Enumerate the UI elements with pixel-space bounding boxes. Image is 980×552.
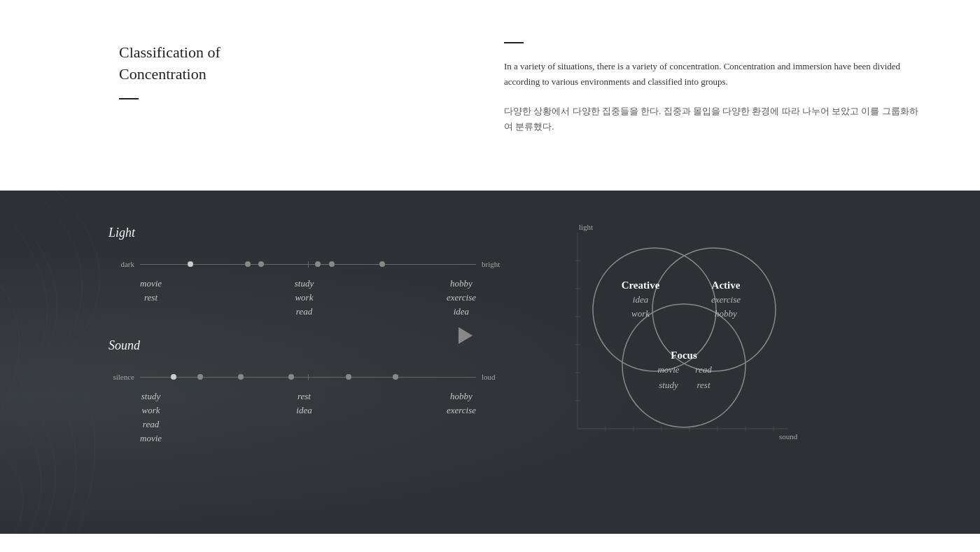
sound-word-hobby: hobby [450,391,472,402]
light-group-2: study work read [295,278,314,317]
focus-circle [622,304,746,427]
light-axis-section: Light dark bright [108,226,507,317]
creative-word-idea: idea [633,294,649,305]
sliders-panel: Light dark bright [108,212,507,460]
light-label: Light [108,226,507,240]
sound-word-rest: rest [298,391,311,402]
sound-word-movie: movie [140,433,162,444]
light-word-exercise: exercise [447,292,476,303]
light-word-read: read [296,306,312,317]
sound-label: Sound [108,338,507,353]
sound-end-label: loud [476,373,507,381]
sound-group-1: study work read movie [140,391,162,444]
light-word-rest: rest [144,292,158,303]
focus-label: Focus [671,350,697,361]
light-slider-row: dark bright [108,257,507,271]
sound-word-work: work [142,405,160,416]
venn-diagram: light sound Creative idea work Active ex… [564,219,802,457]
focus-word-study: study [659,380,678,390]
sound-start-label: silence [108,373,140,381]
active-word-hobby: hobby [715,308,737,319]
dark-section: Light dark bright [0,191,980,534]
focus-word-read: read [695,364,712,375]
sound-word-idea: idea [296,405,312,416]
sound-group-2: rest idea [296,391,312,444]
sound-axis-section: Sound silence loud [108,338,507,444]
light-word-hobby: hobby [450,278,472,289]
desc-dash [504,42,524,43]
axis-y-label: light [579,223,593,231]
creative-label: Creative [622,280,660,291]
focus-word-movie: movie [657,364,679,375]
focus-word-rest: rest [696,380,710,390]
venn-panel: light sound Creative idea work Active ex… [564,212,980,460]
axis-x-label: sound [779,432,798,441]
light-words: movie rest study work read hobby exercis… [108,278,507,317]
visualization-container: Light dark bright [0,212,980,460]
light-word-study: study [295,278,314,289]
sound-word-read: read [143,419,159,430]
description-block: In a variety of situations, there is a v… [350,42,980,149]
sound-word-study: study [141,391,160,402]
sound-word-exercise: exercise [447,405,476,416]
light-group-3: hobby exercise idea [447,278,476,317]
title-block: Classification of Concentration [0,42,350,149]
sound-track[interactable] [140,377,476,378]
creative-word-work: work [631,308,650,319]
page-title: Classification of Concentration [119,42,350,85]
active-word-exercise: exercise [711,294,741,305]
sound-slider-row: silence loud [108,370,507,384]
light-end-label: bright [476,260,507,268]
sound-words: study work read movie rest idea hobby ex… [108,391,507,444]
active-label: Active [712,280,741,291]
sound-group-3: hobby exercise [447,391,476,444]
light-group-1: movie rest [140,278,162,317]
description-english: In a variety of situations, there is a v… [504,59,924,90]
light-word-idea: idea [454,306,469,317]
light-word-movie: movie [140,278,162,289]
title-dash [119,98,139,99]
creative-circle [593,248,716,371]
light-word-work: work [295,292,313,303]
light-track[interactable] [140,264,476,265]
play-button[interactable] [458,327,472,344]
description-korean: 다양한 상황에서 다양한 집중들을 한다. 집중과 몰입을 다양한 환경에 따라… [504,104,924,134]
top-section: Classification of Concentration In a var… [0,0,980,191]
light-start-label: dark [108,260,140,268]
